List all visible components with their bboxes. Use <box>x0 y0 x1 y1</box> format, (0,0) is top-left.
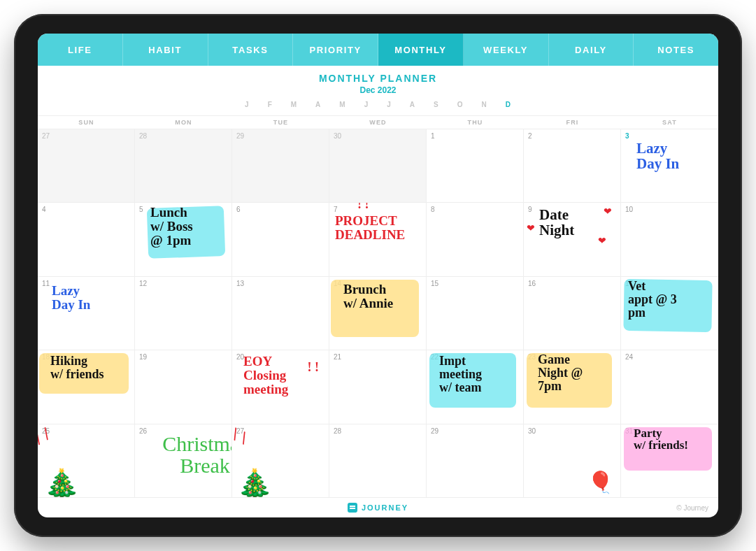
tree-icon: 🎄 <box>43 467 80 498</box>
calendar-cell[interactable]: 3Lazy Day In <box>621 129 718 203</box>
calendar-cell[interactable]: 8 <box>427 203 524 276</box>
date-number: 29 <box>431 427 519 435</box>
copyright-label: © Journey <box>676 504 708 512</box>
tab-monthly[interactable]: MONTHLY <box>378 34 464 66</box>
day-of-week-label: TUE <box>232 116 329 129</box>
calendar-cell[interactable]: 29 <box>232 129 329 203</box>
calendar-cell[interactable]: 15 <box>427 277 524 350</box>
month-letter[interactable]: F <box>268 101 273 108</box>
calendar-cell[interactable]: 27\ \ 🎄 <box>232 424 329 498</box>
date-number: 28 <box>334 427 422 435</box>
calendar-cell[interactable]: 9Date Night ❤ ❤ ❤ <box>524 203 621 276</box>
note-date-night: Date Night <box>539 207 574 238</box>
calendar-cell[interactable]: 1 <box>427 129 524 203</box>
exclaim-icon: ! ! <box>357 203 369 212</box>
month-letter[interactable]: A <box>410 101 415 108</box>
calendar-cell[interactable]: 13 <box>232 277 329 350</box>
calendar-cell[interactable]: 31 Party w/ friends! <box>621 424 718 498</box>
calendar-cell[interactable]: 25/ / 🎄 <box>38 424 135 498</box>
calendar-cell[interactable]: 23 Game Night @ 7pm <box>524 350 621 424</box>
note-game-night: Game Night @ 7pm <box>538 353 583 393</box>
calendar-cell[interactable]: 10 <box>621 203 718 276</box>
tab-tasks[interactable]: TASKS <box>208 34 294 66</box>
tab-daily[interactable]: DAILY <box>549 34 634 66</box>
date-number: 7 <box>334 206 422 213</box>
calendar-cell[interactable]: 17 Vet appt @ 3 pm <box>621 277 718 350</box>
calendar-cell[interactable]: 14 Brunch w/ Annie <box>329 277 427 350</box>
calendar-cell[interactable]: 4 <box>38 203 135 276</box>
date-number: 15 <box>431 280 519 287</box>
calendar-cell[interactable]: 28 <box>135 129 232 203</box>
footer: JOURNEY © Journey <box>38 498 718 517</box>
note-lazy-day-in: Lazy Day In <box>636 141 679 171</box>
date-number: 1 <box>431 132 519 140</box>
day-of-week-label: THU <box>427 116 524 129</box>
calendar-cell[interactable]: 6 <box>232 203 329 276</box>
tree-icon: 🎄 <box>236 467 273 498</box>
tab-weekly[interactable]: WEEKLY <box>464 34 549 66</box>
month-letter[interactable]: N <box>481 101 487 108</box>
month-letter[interactable]: D <box>506 101 511 108</box>
note-impt-meeting: Impt meeting w/ team <box>439 355 482 394</box>
month-letter[interactable]: S <box>434 101 439 108</box>
month-letter[interactable]: O <box>457 101 464 108</box>
note-vet-appt: Vet appt @ 3 pm <box>628 280 677 320</box>
date-number: 6 <box>236 206 324 213</box>
journey-logo-icon <box>348 503 357 513</box>
month-letter[interactable]: M <box>339 101 345 108</box>
date-number: 10 <box>625 206 714 213</box>
heart-icon: ❤ <box>604 206 612 217</box>
date-number: 25 <box>42 427 130 435</box>
date-number: 24 <box>625 353 714 361</box>
date-number: 28 <box>139 132 227 140</box>
calendar-cell[interactable]: 28 <box>329 424 427 498</box>
month-letter[interactable]: A <box>315 101 321 108</box>
calendar-cell[interactable]: 19 <box>135 350 232 424</box>
note-party: Party w/ friends! <box>634 427 688 452</box>
note-christmas-break: Christmas Break <box>135 433 232 477</box>
calendar-cell[interactable]: 12 <box>135 277 232 350</box>
current-month-label: Dec 2022 <box>38 85 718 95</box>
date-number: 27 <box>42 132 130 140</box>
calendar-cell[interactable]: 27 <box>38 129 135 203</box>
date-number: 19 <box>139 353 227 361</box>
heart-icon: ❤ <box>598 235 606 246</box>
calendar-cell[interactable]: 7! ! PROJECT DEADLINE <box>329 203 427 276</box>
day-of-week-header: SUNMONTUEWEDTHUFRISAT <box>38 115 718 129</box>
month-letter[interactable]: J <box>364 101 369 108</box>
calendar-cell[interactable]: 16 <box>524 277 621 350</box>
calendar-cell[interactable]: 20EOY Closing meeting ! ! <box>232 350 329 424</box>
day-of-week-label: SAT <box>621 116 718 129</box>
note-hiking: Hiking w/ friends <box>50 355 104 381</box>
note-lazy-day-in-2: Lazy Day In <box>52 284 90 312</box>
heart-icon: ❤ <box>527 222 535 234</box>
calendar-cell[interactable]: 30 <box>329 129 427 203</box>
tab-notes[interactable]: NOTES <box>634 34 718 66</box>
day-of-week-label: SUN <box>38 116 135 129</box>
month-letter[interactable]: J <box>245 101 250 108</box>
calendar-cell[interactable]: 21 <box>329 350 427 424</box>
tab-bar: LIFEHABITTASKSPRIORITYMONTHLYWEEKLYDAILY… <box>38 34 718 66</box>
calendar-cell[interactable]: 11Lazy Day In <box>38 277 135 350</box>
month-letter[interactable]: J <box>387 101 392 108</box>
calendar-cell[interactable]: 26Christmas Break <box>135 424 232 498</box>
day-of-week-label: MON <box>135 116 232 129</box>
tab-life[interactable]: LIFE <box>38 34 123 66</box>
note-brunch-annie: Brunch w/ Annie <box>343 282 393 310</box>
tab-habit[interactable]: HABIT <box>123 34 208 66</box>
month-letter[interactable]: M <box>291 101 297 108</box>
calendar-cell[interactable]: 29 <box>427 424 524 498</box>
calendar-cell[interactable]: 22 Impt meeting w/ team <box>427 350 524 424</box>
date-number: 29 <box>236 132 324 140</box>
day-of-week-label: WED <box>329 116 427 129</box>
calendar-cell[interactable]: 24 <box>621 350 718 424</box>
tablet-frame: LIFEHABITTASKSPRIORITYMONTHLYWEEKLYDAILY… <box>14 14 742 537</box>
date-number: 16 <box>528 280 616 287</box>
planner-header: MONTHLY PLANNER Dec 2022 JFMAMJJASOND <box>38 66 718 115</box>
calendar-cell[interactable]: 5 Lunch w/ Boss @ 1pm <box>135 203 232 276</box>
date-number: 12 <box>139 280 227 287</box>
calendar-cell[interactable]: 18 Hiking w/ friends <box>38 350 135 424</box>
calendar-cell[interactable]: 30🎈 <box>524 424 621 498</box>
calendar-cell[interactable]: 2 <box>524 129 621 203</box>
tab-priority[interactable]: PRIORITY <box>293 34 378 66</box>
